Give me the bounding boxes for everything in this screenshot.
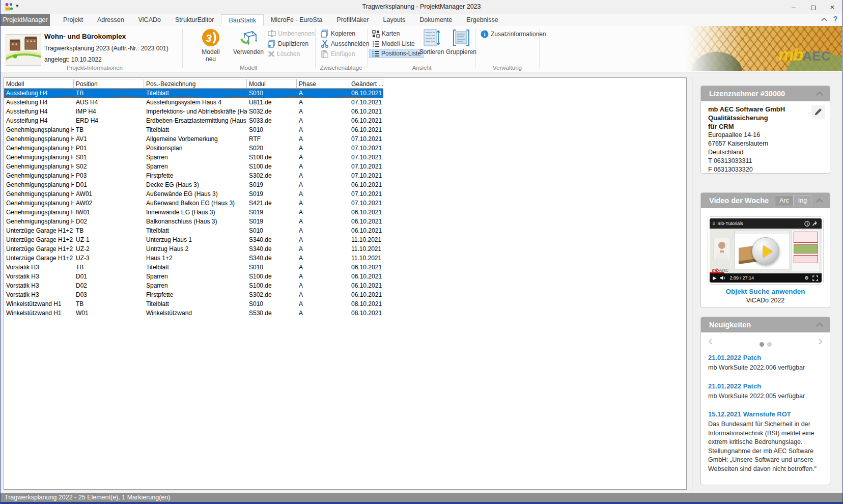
collapse-chevron-icon[interactable] [816,322,824,327]
cell: A [297,189,349,199]
table-row[interactable]: Genehmigungsplanung H3AW02Außenwand Balk… [4,199,383,208]
carousel-dot-active[interactable] [760,342,764,347]
table-row[interactable]: Genehmigungsplanung H3D02Balkonanschluss… [4,217,383,226]
collapse-chevron-icon[interactable] [816,198,824,203]
column-header-geaendert[interactable]: Geändert ... [349,79,383,89]
video-panel-header[interactable]: Video der Woche Arc Ing [701,193,830,208]
table-row[interactable]: Genehmigungsplanung H3AV1Allgemeine Vorb… [4,134,383,144]
table-row[interactable]: Unterzüge Garage H1+2TBTitelblattS010A06… [4,226,383,235]
zusatzinformationen-label: Zusatzinformationen [491,31,546,38]
status-bar: Tragwerksplanung 2022 - 25 Element(e), 1… [1,493,842,502]
table-row[interactable]: Vorstatik H3D02SparrenS100.deA06.10.2021… [4,281,383,290]
column-header-pos-bezeichnung[interactable]: Pos.-Bezeichnung [144,79,247,89]
video-progress-bar[interactable] [710,272,724,273]
table-row[interactable]: Unterzüge Garage H1+2UZ-1Unterzug Haus 1… [4,235,383,244]
column-header-position[interactable]: Position [74,79,144,89]
collapse-chevron-icon[interactable] [816,91,824,96]
zusatzinformationen-button[interactable]: i Zusatzinformationen [479,30,548,39]
news-item-title[interactable]: 15.12.2021 Warnstufe ROT [708,410,824,418]
sortieren-button[interactable]: Sortieren [418,29,445,55]
karten-button[interactable]: Karten [370,29,402,38]
table-row[interactable]: Vorstatik H3D03FirstpfetteS302.deA06.10.… [4,290,383,299]
video-thumbnail[interactable]: ≡ mb-Tutorials [708,216,824,285]
news-item-title[interactable]: 21.01.2022 Patch [708,382,824,390]
cell: Unterzüge Garage H1+2 [4,235,74,244]
table-row[interactable]: Winkelstützwand H1W01WinkelstützwandS530… [4,309,383,318]
table-row[interactable]: Aussteifung H4IMP H4Imperfektions- und A… [4,107,383,116]
news-item-text: mb WorkSuite 2022.005 verfügbar [708,392,823,401]
cell: A [297,134,349,144]
tab-projekt[interactable]: Projekt [56,14,90,26]
table-row[interactable]: Genehmigungsplanung H3AW01Außenwände EG … [4,189,383,199]
watch-later-icon[interactable] [804,221,810,227]
news-item-title[interactable]: 21.01.2022 Patch [708,354,824,361]
cell: A [297,272,349,281]
news-panel-header[interactable]: Neuigkeiten [701,317,830,332]
cell: UZ-2 [74,244,144,254]
cell: 06.10.2021 22 [349,107,383,116]
tab-projektmanager[interactable]: ProjektManager [1,14,50,26]
carousel-dot[interactable] [767,342,772,347]
video-tab-ing[interactable]: Ing [794,195,811,206]
table-row[interactable]: Genehmigungsplanung H3IW01Innenwände EG … [4,208,383,217]
cad-side-panels [792,230,820,271]
tab-baustatik[interactable]: BauStatik [221,14,264,26]
table-row[interactable]: Aussteifung H4AUS H4Aussteifungssystem H… [4,98,383,107]
menu-icon[interactable]: ≡ [713,221,715,226]
collapse-ribbon-icon[interactable] [819,15,829,24]
modell-liste-button[interactable]: Modell-Liste [370,39,417,48]
table-row[interactable]: Aussteifung H4ERD H4Erdbeben-Ersatzlaste… [4,116,383,125]
minimize-button[interactable]: – [783,0,804,14]
column-header-modell[interactable]: Modell [4,79,74,89]
table-row[interactable]: Genehmigungsplanung H3TBTitelblattS010A0… [4,125,383,134]
tab-adressen[interactable]: Adressen [90,14,131,26]
table-row[interactable]: Vorstatik H3TBTitelblattS010A06.10.2021 … [4,263,383,272]
play-button[interactable] [752,237,779,265]
table-row[interactable]: Unterzüge Garage H1+2UZ-2Untrzug Haus 2S… [4,244,383,254]
modell-neu-button[interactable]: 3 Modell neu [195,29,227,63]
tab-profilmaker[interactable]: ProfilMaker [329,14,376,26]
table-row[interactable]: Genehmigungsplanung H3S01SparrenS100.deA… [4,153,383,162]
license-panel-header[interactable]: Lizenznehmer #30000 [701,86,830,101]
volume-icon[interactable] [720,275,726,281]
table-row[interactable]: Aussteifung H4TBTitelblattS010A06.10.202… [4,89,383,98]
tab-dokumente[interactable]: Dokumente [412,14,459,26]
tab-layouts[interactable]: Layouts [376,14,413,26]
table-row[interactable]: Genehmigungsplanung H3S02SparrenS100.deA… [4,162,383,171]
help-button[interactable]: ? [830,15,840,25]
verwenden-button[interactable]: Verwenden [231,29,266,55]
tab-struktureditor[interactable]: StrukturEditor [168,14,221,26]
fullscreen-icon[interactable] [812,275,818,281]
settings-gear-icon[interactable]: ⚙ [804,275,808,281]
ausschneiden-button[interactable]: Ausschneiden [319,39,371,48]
close-button[interactable]: × [822,0,842,14]
edit-license-button[interactable] [811,105,825,119]
column-header-phase[interactable]: Phase [297,79,349,89]
table-row[interactable]: Winkelstützwand H1TBTitelblattS010A08.10… [4,299,383,309]
share-icon[interactable] [812,221,819,227]
modell-neu-label-line2: neu [206,55,216,63]
tab-vicado[interactable]: ViCADo [131,14,168,26]
table-row[interactable]: Unterzüge Garage H1+2UZ-3Haus 1+2S340.de… [4,254,383,263]
video-link[interactable]: Objekt Suche anwenden [701,288,830,295]
cell: Unterzug Haus 1 [144,235,247,244]
carousel-next-icon[interactable]: › [818,331,823,350]
kopieren-button[interactable]: Kopieren [319,29,357,38]
gruppieren-button[interactable]: Gruppieren [445,29,477,55]
column-header-modul[interactable]: Modul [247,79,297,89]
model-list-icon [372,40,380,48]
duplizieren-button[interactable]: Duplizieren [266,39,311,48]
duplizieren-label: Duplizieren [278,40,308,47]
positions-liste-button[interactable]: Positions-Liste [369,49,424,58]
play-icon[interactable]: ▶ [713,275,717,281]
table-row[interactable]: Genehmigungsplanung H3P03FirstpfetteS302… [4,171,383,180]
cell: AW02 [74,199,144,208]
tab-microfe-eurosta[interactable]: MicroFe - EuroSta [264,14,329,26]
table-row[interactable]: Genehmigungsplanung H3P01PositionsplanS0… [4,144,383,153]
tab-ergebnisse[interactable]: Ergebnisse [459,14,505,26]
video-tab-arc[interactable]: Arc [775,195,794,206]
cell: Außenwand Balkon EG (Haus 3) [144,199,247,208]
table-row[interactable]: Genehmigungsplanung H3D01Decke EG (Haus … [4,180,383,189]
table-row[interactable]: Vorstatik H3D01SparrenS100.deA06.10.2021… [4,272,383,281]
maximize-button[interactable] [803,0,823,14]
